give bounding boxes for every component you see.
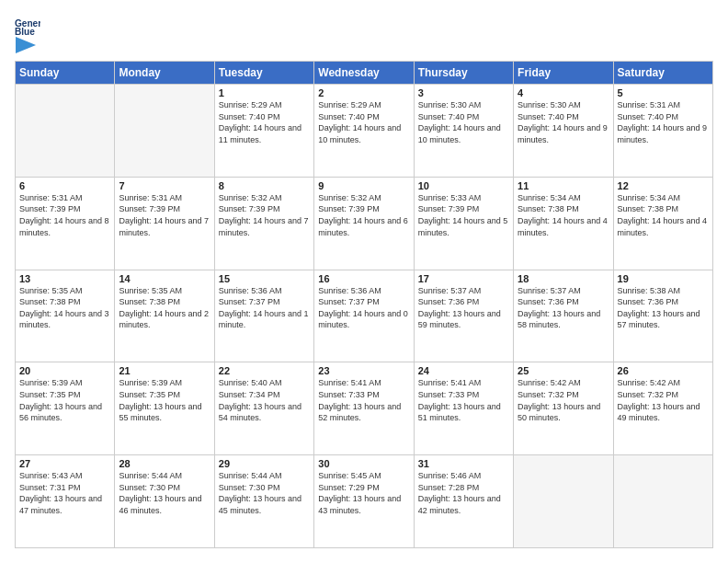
calendar-week-5: 27Sunrise: 5:43 AMSunset: 7:31 PMDayligh… bbox=[16, 455, 713, 548]
day-number: 15 bbox=[219, 273, 310, 284]
day-info-text: Sunrise: 5:34 AM bbox=[518, 192, 609, 204]
day-number: 11 bbox=[518, 180, 609, 191]
calendar-cell: 25Sunrise: 5:42 AMSunset: 7:32 PMDayligh… bbox=[514, 362, 613, 455]
calendar-cell: 29Sunrise: 5:44 AMSunset: 7:30 PMDayligh… bbox=[214, 455, 313, 548]
calendar-header-thursday: Thursday bbox=[414, 62, 513, 85]
calendar-cell: 14Sunrise: 5:35 AMSunset: 7:38 PMDayligh… bbox=[115, 270, 214, 362]
calendar-cell: 9Sunrise: 5:32 AMSunset: 7:39 PMDaylight… bbox=[314, 177, 414, 270]
day-info-text: Daylight: 14 hours and 10 minutes. bbox=[318, 122, 409, 145]
day-info-text: Daylight: 14 hours and 4 minutes. bbox=[518, 215, 609, 238]
day-info-text: Daylight: 13 hours and 45 minutes. bbox=[219, 493, 310, 516]
day-info-text: Sunset: 7:38 PM bbox=[119, 296, 210, 308]
day-number: 23 bbox=[318, 365, 409, 376]
day-info-text: Sunrise: 5:43 AM bbox=[19, 470, 110, 482]
day-number: 14 bbox=[119, 273, 210, 284]
calendar-week-2: 6Sunrise: 5:31 AMSunset: 7:39 PMDaylight… bbox=[16, 177, 713, 270]
day-number: 30 bbox=[318, 458, 409, 469]
day-info-text: Daylight: 13 hours and 57 minutes. bbox=[618, 308, 709, 331]
day-info-text: Daylight: 14 hours and 7 minutes. bbox=[119, 215, 210, 238]
day-info-text: Daylight: 13 hours and 50 minutes. bbox=[518, 401, 609, 424]
day-info-text: Sunset: 7:40 PM bbox=[219, 111, 310, 123]
day-number: 31 bbox=[418, 458, 509, 469]
calendar-cell: 28Sunrise: 5:44 AMSunset: 7:30 PMDayligh… bbox=[115, 455, 214, 548]
day-info-text: Sunset: 7:37 PM bbox=[318, 296, 409, 308]
day-info-text: Sunrise: 5:30 AM bbox=[518, 99, 609, 111]
calendar-header-saturday: Saturday bbox=[613, 62, 712, 85]
day-info-text: Sunrise: 5:30 AM bbox=[418, 99, 509, 111]
day-info-text: Sunset: 7:29 PM bbox=[318, 482, 409, 494]
day-info-text: Sunset: 7:34 PM bbox=[219, 389, 310, 401]
day-info-text: Sunset: 7:35 PM bbox=[119, 389, 210, 401]
calendar-header-monday: Monday bbox=[115, 62, 214, 85]
calendar-cell: 30Sunrise: 5:45 AMSunset: 7:29 PMDayligh… bbox=[314, 455, 414, 548]
day-info-text: Daylight: 14 hours and 8 minutes. bbox=[19, 215, 110, 238]
calendar-cell: 13Sunrise: 5:35 AMSunset: 7:38 PMDayligh… bbox=[16, 270, 115, 362]
day-info-text: Daylight: 13 hours and 54 minutes. bbox=[219, 401, 310, 424]
day-info-text: Daylight: 14 hours and 11 minutes. bbox=[219, 122, 310, 145]
calendar-cell: 27Sunrise: 5:43 AMSunset: 7:31 PMDayligh… bbox=[16, 455, 115, 548]
day-info-text: Daylight: 13 hours and 42 minutes. bbox=[418, 493, 509, 516]
calendar-week-3: 13Sunrise: 5:35 AMSunset: 7:38 PMDayligh… bbox=[16, 270, 713, 362]
logo-arrow-icon bbox=[16, 37, 36, 53]
day-number: 18 bbox=[518, 273, 609, 284]
day-info-text: Daylight: 13 hours and 47 minutes. bbox=[19, 493, 110, 516]
day-info-text: Daylight: 13 hours and 51 minutes. bbox=[418, 401, 509, 424]
day-info-text: Sunset: 7:30 PM bbox=[219, 482, 310, 494]
logo: General Blue bbox=[15, 15, 42, 52]
day-info-text: Daylight: 13 hours and 56 minutes. bbox=[19, 401, 110, 424]
day-info-text: Sunset: 7:40 PM bbox=[518, 111, 609, 123]
day-info-text: Daylight: 13 hours and 59 minutes. bbox=[418, 308, 509, 331]
day-info-text: Sunset: 7:28 PM bbox=[418, 482, 509, 494]
day-number: 22 bbox=[219, 365, 310, 376]
calendar-cell: 8Sunrise: 5:32 AMSunset: 7:39 PMDaylight… bbox=[214, 177, 313, 270]
day-info-text: Sunset: 7:33 PM bbox=[418, 389, 509, 401]
day-info-text: Sunset: 7:38 PM bbox=[518, 203, 609, 215]
calendar-cell: 19Sunrise: 5:38 AMSunset: 7:36 PMDayligh… bbox=[613, 270, 712, 362]
day-info-text: Sunset: 7:38 PM bbox=[618, 203, 709, 215]
day-info-text: Sunset: 7:32 PM bbox=[618, 389, 709, 401]
svg-marker-3 bbox=[16, 37, 36, 53]
calendar-cell: 22Sunrise: 5:40 AMSunset: 7:34 PMDayligh… bbox=[214, 362, 313, 455]
calendar-header-sunday: Sunday bbox=[16, 62, 115, 85]
calendar-cell bbox=[514, 455, 613, 548]
day-info-text: Sunrise: 5:33 AM bbox=[418, 192, 509, 204]
day-info-text: Sunset: 7:38 PM bbox=[19, 296, 110, 308]
day-info-text: Sunset: 7:33 PM bbox=[318, 389, 409, 401]
day-info-text: Sunrise: 5:38 AM bbox=[618, 285, 709, 297]
day-info-text: Sunrise: 5:31 AM bbox=[618, 99, 709, 111]
day-info-text: Sunrise: 5:32 AM bbox=[219, 192, 310, 204]
day-info-text: Sunrise: 5:40 AM bbox=[219, 377, 310, 389]
day-info-text: Daylight: 13 hours and 46 minutes. bbox=[119, 493, 210, 516]
day-info-text: Daylight: 13 hours and 49 minutes. bbox=[618, 401, 709, 424]
day-number: 25 bbox=[518, 365, 609, 376]
day-number: 12 bbox=[618, 180, 709, 191]
calendar-cell: 18Sunrise: 5:37 AMSunset: 7:36 PMDayligh… bbox=[514, 270, 613, 362]
day-info-text: Sunrise: 5:29 AM bbox=[219, 99, 310, 111]
day-info-text: Daylight: 14 hours and 2 minutes. bbox=[119, 308, 210, 331]
day-number: 2 bbox=[318, 87, 409, 98]
day-number: 8 bbox=[219, 180, 310, 191]
calendar-cell: 16Sunrise: 5:36 AMSunset: 7:37 PMDayligh… bbox=[314, 270, 414, 362]
day-info-text: Sunset: 7:39 PM bbox=[318, 203, 409, 215]
day-number: 19 bbox=[618, 273, 709, 284]
day-info-text: Sunrise: 5:45 AM bbox=[318, 470, 409, 482]
calendar-cell: 6Sunrise: 5:31 AMSunset: 7:39 PMDaylight… bbox=[16, 177, 115, 270]
day-number: 29 bbox=[219, 458, 310, 469]
day-info-text: Daylight: 13 hours and 55 minutes. bbox=[119, 401, 210, 424]
day-info-text: Sunrise: 5:46 AM bbox=[418, 470, 509, 482]
day-info-text: Daylight: 13 hours and 52 minutes. bbox=[318, 401, 409, 424]
calendar-cell bbox=[613, 455, 712, 548]
header: General Blue bbox=[15, 15, 713, 52]
day-info-text: Sunset: 7:40 PM bbox=[318, 111, 409, 123]
day-number: 4 bbox=[518, 87, 609, 98]
day-info-text: Sunrise: 5:34 AM bbox=[618, 192, 709, 204]
day-info-text: Sunrise: 5:29 AM bbox=[318, 99, 409, 111]
day-info-text: Sunrise: 5:36 AM bbox=[219, 285, 310, 297]
day-number: 20 bbox=[19, 365, 110, 376]
calendar-cell: 20Sunrise: 5:39 AMSunset: 7:35 PMDayligh… bbox=[16, 362, 115, 455]
calendar-cell: 12Sunrise: 5:34 AMSunset: 7:38 PMDayligh… bbox=[613, 177, 712, 270]
day-info-text: Daylight: 14 hours and 9 minutes. bbox=[518, 122, 609, 145]
day-info-text: Sunset: 7:39 PM bbox=[19, 203, 110, 215]
day-info-text: Sunrise: 5:39 AM bbox=[119, 377, 210, 389]
calendar-cell: 7Sunrise: 5:31 AMSunset: 7:39 PMDaylight… bbox=[115, 177, 214, 270]
